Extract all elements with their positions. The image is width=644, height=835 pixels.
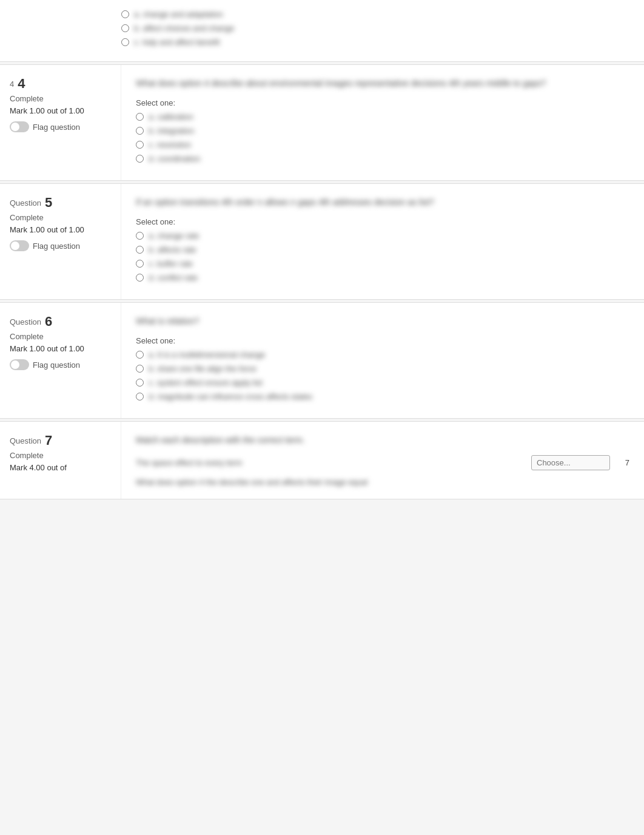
partial-radio-1[interactable]	[121, 10, 129, 18]
partial-options-list: a. change and adaptation b. affect choic…	[121, 10, 629, 47]
radio-5d[interactable]	[136, 274, 144, 282]
question-block-4: 4 4 Complete Mark 1.00 out of 1.00 Flag …	[0, 64, 644, 181]
question-number-row-5: Question 5	[10, 195, 111, 211]
question-number-row-6: Question 6	[10, 314, 111, 330]
partial-question-top: a. change and adaptation b. affect choic…	[0, 0, 644, 62]
question-block-5: Question 5 Complete Mark 1.00 out of 1.0…	[0, 183, 644, 300]
partial-option-label-1: a. change and adaptation	[134, 10, 223, 19]
option-label-6b: b. share one file align the force	[149, 364, 257, 373]
partial-option-2: b. affect choices and change	[121, 24, 629, 33]
fill-in-num-7: 7	[617, 458, 629, 467]
question-content-4: What does option 4 describe about enviro…	[121, 65, 644, 180]
status-4: Complete	[10, 94, 111, 103]
question-text-blurred-5: If an option transitions 4th order n all…	[136, 196, 434, 209]
question-text-6: What is relation?	[136, 315, 629, 328]
option-label-5a: a. change rate	[149, 231, 199, 240]
radio-4b[interactable]	[136, 127, 144, 135]
question-block-6: Question 6 Complete Mark 1.00 out of 1.0…	[0, 302, 644, 419]
radio-4a[interactable]	[136, 113, 144, 121]
partial-radio-3[interactable]	[121, 38, 129, 46]
partial-option-label-3: c. help and affect benefit	[134, 38, 220, 47]
option-5d: d. conflict rate	[136, 273, 629, 282]
option-label-5d: d. conflict rate	[149, 273, 198, 282]
mark-6: Mark 1.00 out of 1.00	[10, 343, 111, 354]
question-content-7: Match each description with the correct …	[121, 422, 644, 499]
select-one-5: Select one:	[136, 217, 629, 226]
question-text-7: Match each description with the correct …	[136, 434, 629, 447]
question-text-blurred-4: What does option 4 describe about enviro…	[136, 77, 546, 90]
question-text-4: What does option 4 describe about enviro…	[136, 77, 629, 90]
radio-6d[interactable]	[136, 393, 144, 401]
question-sidebar-7: Question 7 Complete Mark 4.00 out of	[0, 422, 121, 499]
options-list-5: a. change rate b. affects rate c. buffer…	[136, 231, 629, 282]
flag-toggle-4[interactable]	[10, 121, 29, 132]
question-label-6: Question	[10, 317, 41, 326]
mark-5: Mark 1.00 out of 1.00	[10, 225, 111, 235]
question-text-blurred-6: What is relation?	[136, 315, 199, 328]
question-label-7: Question	[10, 436, 41, 445]
option-5b: b. affects rate	[136, 245, 629, 254]
radio-5c[interactable]	[136, 260, 144, 268]
fill-in-row-7: The space effect to every term 7	[136, 455, 629, 470]
radio-5a[interactable]	[136, 232, 144, 240]
option-label-4a: a. calibration	[149, 112, 193, 121]
select-one-4: Select one:	[136, 98, 629, 107]
page-container: a. change and adaptation b. affect choic…	[0, 0, 644, 835]
question-sidebar-5: Question 5 Complete Mark 1.00 out of 1.0…	[0, 184, 121, 299]
radio-6c[interactable]	[136, 379, 144, 387]
option-label-4d: d. coordination	[149, 154, 200, 163]
option-6b: b. share one file align the force	[136, 364, 629, 373]
options-list-4: a. calibration b. integration c. resolut…	[136, 112, 629, 163]
option-4d: d. coordination	[136, 154, 629, 163]
option-label-5b: b. affects rate	[149, 245, 196, 254]
mark-4: Mark 1.00 out of 1.00	[10, 106, 111, 117]
option-label-6c: c. system effect ensure apply list	[149, 378, 263, 387]
option-label-6d: d. magnitude can influence cross affects…	[149, 392, 312, 401]
flag-row-5: Flag question	[10, 240, 111, 251]
flag-toggle-6[interactable]	[10, 359, 29, 370]
flag-label-5: Flag question	[33, 242, 80, 251]
question-content-5: If an option transitions 4th order n all…	[121, 184, 644, 299]
option-label-4b: b. integration	[149, 126, 194, 135]
radio-6a[interactable]	[136, 351, 144, 359]
radio-4d[interactable]	[136, 155, 144, 163]
option-5a: a. change rate	[136, 231, 629, 240]
fill-in-input-7[interactable]	[531, 455, 610, 470]
flag-label-6: Flag question	[33, 360, 80, 370]
question-content-6: What is relation? Select one: a. It is a…	[121, 303, 644, 418]
option-4c: c. resolution	[136, 140, 629, 149]
option-6c: c. system effect ensure apply list	[136, 378, 629, 387]
mark-7: Mark 4.00 out of	[10, 462, 111, 473]
options-list-6: a. It is a multidimensional change b. sh…	[136, 350, 629, 401]
question-sidebar-4: 4 4 Complete Mark 1.00 out of 1.00 Flag …	[0, 65, 121, 180]
question-sidebar-6: Question 6 Complete Mark 1.00 out of 1.0…	[0, 303, 121, 418]
radio-5b[interactable]	[136, 246, 144, 254]
option-label-5c: c. buffer rate	[149, 259, 193, 268]
question-text-5: If an option transitions 4th order n all…	[136, 196, 629, 209]
flag-label-4: Flag question	[33, 123, 80, 132]
select-one-6: Select one:	[136, 336, 629, 345]
option-label-4c: c. resolution	[149, 140, 191, 149]
flag-toggle-5[interactable]	[10, 240, 29, 251]
partial-option-label-2: b. affect choices and change	[134, 24, 234, 33]
question-number-4: 4	[18, 76, 25, 92]
question-text-blurred-7: Match each description with the correct …	[136, 434, 305, 447]
question-label-5: Question	[10, 198, 41, 208]
radio-6b[interactable]	[136, 365, 144, 373]
partial-option-1: a. change and adaptation	[121, 10, 629, 19]
question-number-row-7: Question 7	[10, 433, 111, 448]
question-number-5: 5	[45, 195, 52, 211]
q7-bottom-text: What does option 4 the describe one and …	[136, 478, 629, 487]
partial-radio-2[interactable]	[121, 24, 129, 32]
status-6: Complete	[10, 332, 111, 341]
fill-in-label-7: The space effect to every term	[136, 458, 524, 467]
status-7: Complete	[10, 451, 111, 460]
question-number-6: 6	[45, 314, 52, 330]
radio-4c[interactable]	[136, 141, 144, 149]
option-5c: c. buffer rate	[136, 259, 629, 268]
question-number-row-4: 4 4	[10, 76, 111, 92]
option-6d: d. magnitude can influence cross affects…	[136, 392, 629, 401]
option-4b: b. integration	[136, 126, 629, 135]
flag-row-6: Flag question	[10, 359, 111, 370]
question-block-7: Question 7 Complete Mark 4.00 out of Mat…	[0, 421, 644, 499]
